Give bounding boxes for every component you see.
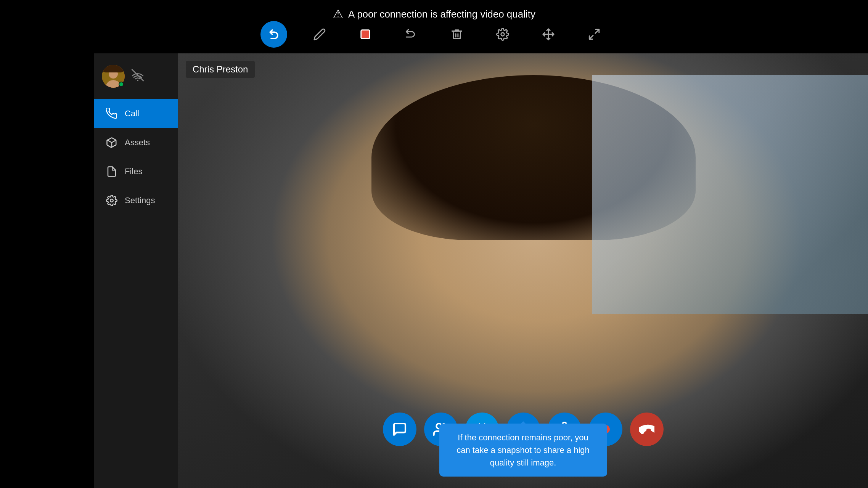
- sidebar-item-files[interactable]: Files: [94, 157, 178, 186]
- undo-icon: [405, 28, 418, 41]
- warning-text: A poor connection is affecting video qua…: [348, 8, 535, 20]
- caller-name: Chris Preston: [193, 64, 248, 74]
- settings-label: Settings: [125, 196, 155, 205]
- stop-button[interactable]: [352, 21, 379, 48]
- files-label: Files: [125, 167, 142, 177]
- svg-point-8: [137, 80, 138, 81]
- expand-button[interactable]: [581, 21, 608, 48]
- back-icon: [267, 28, 280, 41]
- online-indicator: [119, 82, 124, 87]
- back-button[interactable]: [260, 21, 287, 48]
- chat-button[interactable]: [383, 413, 416, 446]
- undo-button[interactable]: [398, 21, 424, 48]
- video-area: Chris Preston: [178, 53, 868, 488]
- expand-icon: [588, 28, 601, 41]
- svg-point-11: [110, 199, 113, 202]
- end-call-button[interactable]: [630, 413, 664, 446]
- svg-point-1: [501, 33, 505, 36]
- pen-icon: [313, 28, 326, 41]
- svg-rect-7: [102, 65, 125, 72]
- files-icon: [106, 165, 118, 178]
- gear-icon: [496, 28, 509, 41]
- sidebar: Call Assets: [94, 53, 178, 488]
- svg-line-2: [595, 29, 599, 33]
- delete-button[interactable]: [444, 21, 470, 48]
- svg-rect-0: [361, 30, 370, 39]
- svg-line-3: [589, 35, 593, 39]
- main-layout: Call Assets: [94, 53, 868, 488]
- toolbar: [260, 21, 608, 48]
- signal-icon: [131, 68, 145, 84]
- call-label: Call: [125, 109, 139, 119]
- sidebar-item-call[interactable]: Call: [94, 99, 178, 128]
- trash-icon: [450, 28, 463, 41]
- move-icon: [542, 28, 555, 41]
- assets-label: Assets: [125, 138, 150, 148]
- settings-nav-icon: [106, 194, 118, 207]
- call-icon: [106, 108, 118, 120]
- sidebar-item-settings[interactable]: Settings: [94, 186, 178, 215]
- sidebar-item-assets[interactable]: Assets: [94, 128, 178, 157]
- chat-icon: [392, 422, 407, 437]
- warning-icon: ⚠: [333, 7, 344, 21]
- wifi-icon: [131, 68, 145, 82]
- end-call-icon: [639, 422, 654, 437]
- assets-icon: [106, 136, 118, 149]
- sidebar-nav: Call Assets: [94, 99, 178, 215]
- settings-toolbar-button[interactable]: [489, 21, 516, 48]
- sidebar-profile: [94, 53, 178, 99]
- stop-icon: [359, 28, 372, 41]
- tooltip-box: If the connection remains poor, you can …: [439, 424, 607, 477]
- avatar-container: [102, 65, 125, 88]
- move-button[interactable]: [535, 21, 562, 48]
- tooltip-text: If the connection remains poor, you can …: [457, 433, 590, 467]
- pen-button[interactable]: [306, 21, 333, 48]
- caller-name-tag: Chris Preston: [186, 61, 255, 78]
